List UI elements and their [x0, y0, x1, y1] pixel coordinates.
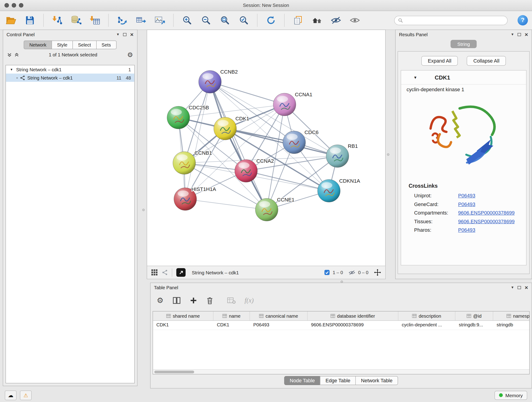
close-panel-icon[interactable]: ✕ — [130, 32, 133, 37]
close-panel-icon[interactable]: ✕ — [525, 285, 528, 290]
navigator-toggle-button[interactable] — [177, 268, 186, 277]
import-network-file-button[interactable] — [50, 13, 64, 27]
save-session-button[interactable] — [23, 13, 37, 27]
string-results-tab[interactable]: String — [450, 40, 477, 48]
network-canvas[interactable]: CCNB2CCNA1CDC25BCDK1CDC6RB1CCNB1CCNA2CDK… — [147, 30, 385, 266]
crosslink-value-link[interactable]: 9606.ENSP00000378699 — [458, 210, 515, 216]
gene-card-header[interactable]: ▼ CDK1 — [401, 70, 526, 85]
column-header-description[interactable]: description — [399, 312, 456, 320]
column-header-database-identifier[interactable]: database identifier — [308, 312, 399, 320]
network-node-CCNB1[interactable] — [173, 152, 196, 174]
table-cell[interactable]: cyclin-dependent ... — [399, 321, 456, 330]
crosslink-value-link[interactable]: P06493 — [458, 227, 475, 233]
collapse-panel-icon[interactable]: ▼ — [511, 33, 514, 36]
column-header-namespac[interactable]: namespac — [493, 312, 530, 320]
search-input[interactable] — [405, 17, 504, 23]
zoom-selected-button[interactable] — [237, 13, 251, 27]
float-panel-icon[interactable] — [518, 33, 521, 36]
vertical-splitter-handle[interactable] — [142, 209, 145, 211]
add-column-icon[interactable] — [190, 297, 197, 304]
warnings-button[interactable]: ⚠ — [20, 390, 32, 400]
collapse-panel-icon[interactable]: ▼ — [511, 286, 514, 289]
show-columns-icon[interactable] — [172, 297, 181, 304]
help-button[interactable]: ? — [518, 15, 528, 26]
tab-select[interactable]: Select — [72, 41, 96, 49]
column-header--id[interactable]: @id — [456, 312, 493, 320]
horizontal-splitter-handle[interactable] — [341, 281, 343, 283]
network-view[interactable]: CCNB2CCNA1CDC25BCDK1CDC6RB1CCNB1CCNA2CDK… — [147, 30, 386, 279]
pan-crosshair-icon[interactable] — [374, 269, 381, 276]
export-image-button[interactable] — [153, 13, 167, 27]
float-panel-icon[interactable] — [123, 33, 127, 36]
tab-sets[interactable]: Sets — [96, 41, 116, 49]
export-table-button[interactable] — [134, 13, 148, 27]
expand-all-button[interactable]: Expand All — [421, 56, 458, 66]
network-row-selected[interactable]: ● String Network – cdk1 11 48 — [6, 74, 134, 82]
home-button[interactable] — [310, 13, 324, 27]
zoom-out-button[interactable] — [199, 13, 213, 27]
float-panel-icon[interactable] — [518, 286, 521, 289]
network-node-CCNA2[interactable] — [235, 160, 258, 182]
tab-style[interactable]: Style — [51, 41, 73, 49]
table-cell[interactable]: stringdb:9... — [456, 321, 493, 330]
column-header-name[interactable]: name — [214, 312, 250, 320]
export-network-button[interactable] — [115, 13, 129, 27]
delete-column-trash-icon[interactable] — [206, 297, 214, 305]
zoom-in-button[interactable] — [180, 13, 194, 27]
vertical-splitter-handle[interactable] — [387, 153, 389, 156]
network-node-CDK1[interactable] — [214, 117, 236, 140]
network-node-RB1[interactable] — [326, 145, 349, 167]
network-node-CDC25B[interactable] — [167, 106, 190, 129]
search-box[interactable] — [394, 16, 508, 25]
network-node-CCNB2[interactable] — [199, 70, 221, 93]
chevron-down-icon[interactable]: ▼ — [413, 75, 417, 80]
network-node-CDKN1A[interactable] — [317, 179, 340, 202]
network-node-CDC6[interactable] — [283, 131, 306, 154]
column-header-canonical-name[interactable]: canonical name — [250, 312, 308, 320]
collapse-all-icon[interactable] — [14, 52, 19, 57]
minimize-window-button[interactable] — [12, 3, 16, 8]
crosslink-value-link[interactable]: 9606.ENSP00000378699 — [458, 218, 515, 224]
scrollbar-thumb[interactable] — [154, 370, 194, 373]
chevron-down-icon[interactable]: ▼ — [10, 68, 13, 71]
memory-button[interactable]: Memory — [495, 391, 527, 400]
table-cell[interactable]: CDK1 — [214, 321, 250, 330]
table-settings-gear-icon[interactable]: ⚙ — [157, 297, 164, 304]
network-node-CCNA1[interactable] — [273, 93, 296, 116]
import-table-button[interactable] — [88, 13, 102, 27]
network-list-icon[interactable] — [162, 269, 168, 275]
column-header-shared-name[interactable]: shared name — [153, 312, 214, 320]
import-network-database-button[interactable] — [69, 13, 83, 27]
table-cell[interactable]: stringdb — [493, 321, 530, 330]
expand-all-icon[interactable] — [7, 52, 12, 57]
show-graphics-details-button[interactable] — [348, 13, 361, 27]
crosslink-value-link[interactable]: P06493 — [458, 201, 475, 207]
maximize-window-button[interactable] — [19, 3, 24, 8]
tab-network-table[interactable]: Network Table — [355, 376, 398, 385]
hide-selected-button[interactable] — [329, 13, 343, 27]
table-cell[interactable]: CDK1 — [153, 321, 214, 330]
tab-edge-table[interactable]: Edge Table — [320, 376, 356, 385]
gear-icon[interactable]: ⚙ — [127, 51, 133, 58]
copy-view-button[interactable] — [291, 13, 305, 27]
zoom-fit-button[interactable] — [218, 13, 232, 27]
crosslink-value-link[interactable]: P06493 — [458, 193, 475, 198]
collapse-all-button[interactable]: Collapse All — [467, 56, 506, 66]
table-row[interactable]: CDK1CDK1P064939606.ENSP00000378699cyclin… — [153, 321, 530, 330]
network-collection-row[interactable]: ▼ String Network – cdk1 1 — [6, 65, 134, 74]
grid-view-icon[interactable] — [151, 269, 158, 276]
cloud-status-button[interactable]: ☁ — [5, 390, 17, 400]
table-cell[interactable]: P06493 — [250, 321, 308, 330]
network-node-CCNE1[interactable] — [255, 198, 278, 221]
selected-checkbox-icon[interactable] — [324, 269, 330, 275]
apply-layout-button[interactable] — [264, 13, 278, 27]
horizontal-scrollbar[interactable] — [153, 369, 530, 374]
hidden-eye-slash-icon[interactable] — [348, 269, 355, 275]
open-session-button[interactable] — [4, 13, 18, 27]
tab-node-table[interactable]: Node Table — [284, 376, 320, 385]
close-panel-icon[interactable]: ✕ — [525, 32, 528, 37]
tab-network[interactable]: Network — [24, 41, 52, 49]
collapse-panel-icon[interactable]: ▼ — [116, 33, 120, 36]
close-window-button[interactable] — [5, 3, 9, 8]
table-cell[interactable]: 9606.ENSP00000378699 — [308, 321, 399, 330]
